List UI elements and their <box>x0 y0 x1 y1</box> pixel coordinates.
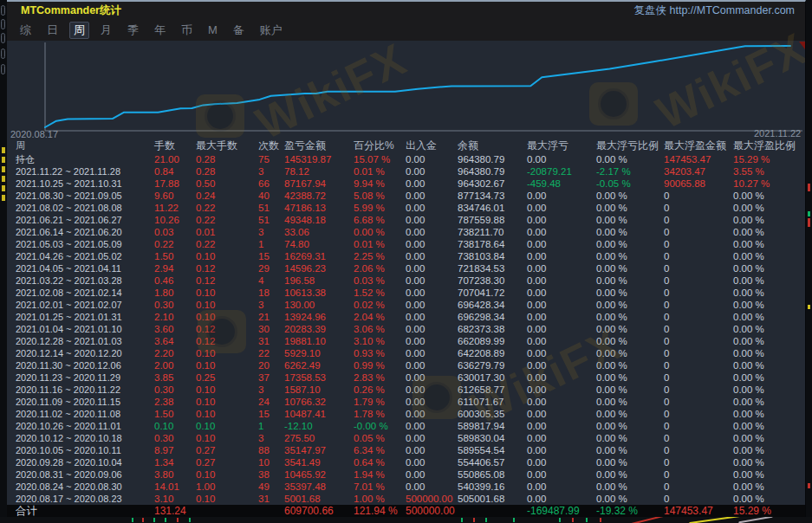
column-header-max-float-loss[interactable]: 最大浮亏 <box>527 139 596 153</box>
column-header-count[interactable]: 次数 <box>258 139 284 153</box>
background-candle-mark <box>808 483 810 488</box>
screen: MTCommander统计 复盘侠 http://MTCommander.com… <box>0 0 812 523</box>
table-row[interactable]: 2020.10.26 ~ 2020.11.010.100.101-12.10-0… <box>7 420 806 432</box>
cell-max-lots: 0.50 <box>196 178 258 190</box>
table-row-holding[interactable]: 持仓21.000.2875145319.8715.07 %0.00964380.… <box>7 153 806 165</box>
column-header-pct[interactable]: 百分比% <box>354 139 406 153</box>
table-row[interactable]: 2021.04.26 ~ 2021.05.021.500.101516269.3… <box>7 250 806 262</box>
menu-item-日[interactable]: 日 <box>42 22 62 39</box>
menu-item-币[interactable]: 币 <box>177 22 197 39</box>
cell-pnl: 609700.66 <box>284 505 354 517</box>
column-header-lots[interactable]: 手数 <box>154 139 196 153</box>
cell-max-float-profit: 0 <box>664 274 733 287</box>
table-row[interactable]: 2021.03.22 ~ 2021.03.280.460.124196.580.… <box>7 274 806 287</box>
column-header-max-lots[interactable]: 最大手数 <box>196 139 258 153</box>
menu-item-季[interactable]: 季 <box>123 22 143 39</box>
cell-lots: 9.60 <box>154 190 196 202</box>
brand-link[interactable]: 复盘侠 http://MTCommander.com <box>634 3 795 18</box>
cell-pnl: 20283.39 <box>284 323 354 335</box>
column-header-period[interactable]: 周 <box>16 139 154 153</box>
menu-item-年[interactable]: 年 <box>150 22 170 39</box>
table-row[interactable]: 2020.11.02 ~ 2020.11.081.500.101510487.4… <box>7 408 806 420</box>
table-row[interactable]: 2021.02.01 ~ 2021.02.070.300.103130.000.… <box>7 299 806 311</box>
table-row[interactable]: 2020.08.24 ~ 2020.08.3014.011.004935397.… <box>7 481 806 493</box>
table-row[interactable]: 2021.08.02 ~ 2021.08.0811.220.225147186.… <box>7 202 806 214</box>
cell-pct: 15.07 % <box>354 153 406 165</box>
menu-item-备[interactable]: 备 <box>229 22 249 39</box>
table-row[interactable]: 2020.10.05 ~ 2020.10.118.970.278835147.9… <box>7 444 806 456</box>
table-row[interactable]: 2020.10.12 ~ 2020.10.180.300.103275.500.… <box>7 432 806 444</box>
table-row[interactable]: 2021.10.25 ~ 2021.10.3117.880.506687167.… <box>7 178 806 190</box>
table-row[interactable]: 2020.11.16 ~ 2020.11.220.300.1031587.100… <box>7 384 806 396</box>
table-row[interactable]: 2021.06.21 ~ 2021.06.2710.260.225149348.… <box>7 214 806 226</box>
menu-item-综[interactable]: 综 <box>16 22 36 39</box>
column-header-inout[interactable]: 出入金 <box>406 139 458 153</box>
cell-count: 3 <box>258 432 284 444</box>
table-row[interactable]: 2021.01.25 ~ 2021.01.312.100.102113924.9… <box>7 311 806 323</box>
cell-count: 51 <box>258 202 284 214</box>
cell-period: 合计 <box>16 505 154 517</box>
table-row[interactable]: 2020.11.23 ~ 2020.11.293.850.253717358.5… <box>7 371 806 384</box>
candlestick-sliver <box>513 518 515 522</box>
table-row[interactable]: 2021.08.30 ~ 2021.09.059.600.244042388.7… <box>7 190 806 202</box>
cell-period: 2020.09.28 ~ 2020.10.04 <box>16 456 154 468</box>
menu-item-账户[interactable]: 账户 <box>256 22 287 39</box>
cell-max-lots: 0.27 <box>196 456 258 468</box>
candlestick-sliver <box>572 518 574 522</box>
cell-period: 2021.02.01 ~ 2021.02.07 <box>16 299 154 311</box>
cell-balance: 554406.57 <box>458 456 527 468</box>
cell-pct: 6.68 % <box>354 214 406 226</box>
table-row[interactable]: 2021.02.08 ~ 2021.02.141.800.101810613.3… <box>7 287 806 299</box>
table-row[interactable]: 2021.06.14 ~ 2021.06.200.030.01333.060.0… <box>7 226 806 238</box>
table-row[interactable]: 2021.11.22 ~ 2021.11.280.840.28378.120.0… <box>7 165 806 178</box>
column-header-max-float-loss-pct[interactable]: 最大浮亏比例 <box>596 139 664 153</box>
table-row[interactable]: 2021.04.05 ~ 2021.04.112.940.122914596.2… <box>7 262 806 274</box>
cell-max-float-loss-pct: 0.00 % <box>596 493 664 505</box>
cell-max-float-loss: 0.00 <box>527 444 596 456</box>
cell-max-float-profit-pct: 0.00 % <box>733 190 806 202</box>
cell-pnl: 47186.13 <box>284 202 354 214</box>
cell-pct: 0.93 % <box>354 347 406 359</box>
cell-count: 22 <box>258 347 284 359</box>
table-row[interactable]: 2020.09.28 ~ 2020.10.041.340.27103541.49… <box>7 456 806 468</box>
table-row[interactable]: 2020.11.30 ~ 2020.12.062.000.10206262.49… <box>7 359 806 371</box>
column-header-pnl[interactable]: 盈亏金额 <box>284 139 354 153</box>
cell-period: 2020.11.23 ~ 2020.11.29 <box>16 371 154 384</box>
cell-max-float-profit: 0 <box>664 408 733 420</box>
cell-period: 持仓 <box>16 153 154 165</box>
menu-item-周[interactable]: 周 <box>69 22 89 39</box>
cell-count: 10 <box>258 456 284 468</box>
cell-max-lots <box>196 505 258 517</box>
table-row[interactable]: 2020.08.17 ~ 2020.08.233.100.10315001.68… <box>7 493 806 505</box>
cell-pct: 0.00 % <box>354 226 406 238</box>
cell-max-lots: 0.10 <box>196 493 258 505</box>
table-row[interactable]: 2020.12.14 ~ 2020.12.202.200.10225929.10… <box>7 347 806 359</box>
candlestick-sliver <box>142 518 144 522</box>
cell-period: 2020.11.16 ~ 2020.11.22 <box>16 384 154 396</box>
table-row[interactable]: 2020.08.31 ~ 2020.09.063.800.103810465.9… <box>7 468 806 481</box>
background-yellow-mark <box>2 195 5 201</box>
cell-max-lots: 0.10 <box>196 287 258 299</box>
cell-pct: 0.01 % <box>354 238 406 250</box>
table-row[interactable]: 2021.01.04 ~ 2021.01.103.600.123020283.3… <box>7 323 806 335</box>
cell-pnl: 10766.32 <box>284 396 354 408</box>
table-row-total[interactable]: 合计131.24609700.66121.94 %500000.00-16948… <box>7 505 806 517</box>
cell-period: 2021.04.05 ~ 2021.04.11 <box>16 262 154 274</box>
cell-max-float-profit-pct: 15.29 % <box>733 153 806 165</box>
column-header-balance[interactable]: 余额 <box>458 139 527 153</box>
cell-pct: 2.06 % <box>354 262 406 274</box>
wikifx-eagle-icon <box>598 88 629 119</box>
table-row[interactable]: 2021.05.03 ~ 2021.05.090.220.22174.800.0… <box>7 238 806 250</box>
column-header-max-float-profit[interactable]: 最大浮盈金额 <box>664 139 733 153</box>
candlestick-sliver <box>189 518 191 522</box>
cell-max-float-profit-pct: 0.00 % <box>733 481 806 493</box>
menu-item-月[interactable]: 月 <box>96 22 116 39</box>
column-header-max-float-profit-pct[interactable]: 最大浮盈比例 <box>733 139 806 153</box>
cell-max-float-profit-pct: 0.00 % <box>733 202 806 214</box>
cell-max-float-profit-pct: 0.00 % <box>733 274 806 287</box>
cell-count: 3 <box>258 299 284 311</box>
cell-pnl: 35147.97 <box>284 444 354 456</box>
table-row[interactable]: 2020.11.09 ~ 2020.11.152.380.102410766.3… <box>7 396 806 408</box>
menu-item-M[interactable]: M <box>204 23 222 37</box>
table-row[interactable]: 2020.12.28 ~ 2021.01.033.640.123119881.1… <box>7 335 806 347</box>
